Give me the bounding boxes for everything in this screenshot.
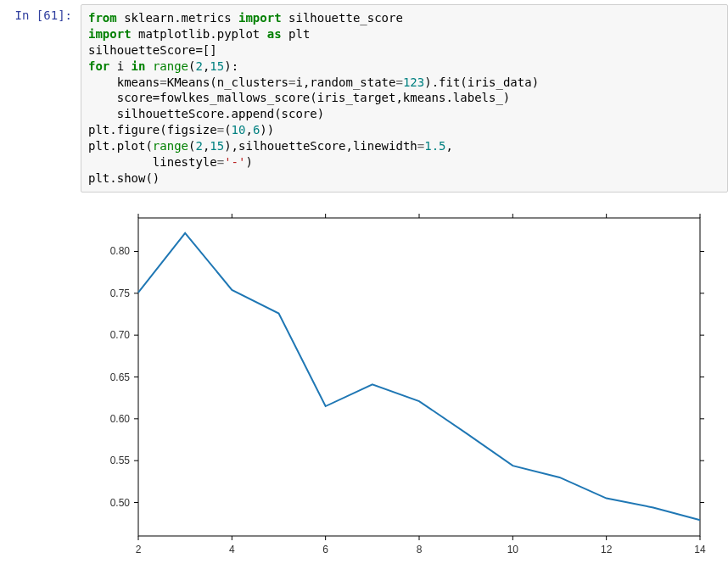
code-line: silhouetteScore.append(score) [88, 107, 324, 120]
module-text: silhouette_score [282, 11, 403, 25]
comma: , [446, 139, 453, 153]
builtin-range: range [153, 139, 188, 153]
code-text: kmeans [88, 75, 160, 89]
svg-text:0.80: 0.80 [110, 245, 131, 257]
op: = [217, 123, 224, 137]
output-area: 0.500.550.600.650.700.750.802468101214 [81, 201, 728, 566]
code-text: KMeans(n_clusters [167, 75, 288, 89]
op: = [395, 75, 402, 89]
line-chart: 0.500.550.600.650.700.750.802468101214 [87, 209, 715, 566]
code-text: ).fit(iris_data) [424, 75, 539, 89]
svg-text:0.50: 0.50 [110, 496, 131, 508]
input-prompt: In [61]: [0, 4, 81, 193]
num: 123 [403, 75, 424, 89]
num: 15 [210, 59, 224, 73]
svg-text:14: 14 [694, 544, 706, 555]
code-text: i,random_state [295, 75, 395, 89]
module-text: matplotlib.pyplot [132, 27, 267, 41]
input-cell: In [61]: from sklearn.metrics import sil… [0, 0, 728, 197]
op: = [417, 139, 424, 153]
op: = [160, 75, 166, 89]
kw-import: import [238, 11, 282, 25]
code-editor[interactable]: from sklearn.metrics import silhouette_s… [81, 4, 728, 193]
svg-rect-0 [138, 218, 700, 536]
code-text: ),silhouetteScore,linewidth [224, 139, 417, 153]
paren: )) [260, 123, 274, 137]
code-line: score=fowlkes_mallows_score(iris_target,… [88, 91, 510, 104]
sp [145, 59, 152, 73]
svg-text:12: 12 [601, 544, 613, 555]
var: i [109, 59, 131, 73]
code-text: plt.figure(figsize [88, 123, 217, 137]
code-line: plt.show() [88, 171, 160, 185]
kw-import: import [88, 27, 132, 41]
kw-as: as [267, 27, 282, 41]
svg-text:0.65: 0.65 [110, 371, 131, 382]
code-text: linestyle [88, 155, 217, 169]
paren: ( [224, 123, 231, 137]
op: = [217, 155, 224, 169]
code-line: silhouetteScore=[] [88, 43, 217, 57]
svg-text:2: 2 [136, 544, 142, 555]
alias-text: plt [282, 27, 311, 41]
kw-from: from [88, 11, 117, 25]
svg-text:8: 8 [417, 544, 423, 555]
svg-text:6: 6 [322, 544, 328, 555]
module-text: sklearn.metrics [117, 11, 238, 25]
output-prompt [0, 201, 81, 566]
builtin-range: range [153, 59, 188, 73]
svg-text:4: 4 [229, 544, 235, 555]
svg-text:0.70: 0.70 [110, 329, 131, 341]
svg-text:0.75: 0.75 [110, 287, 131, 299]
num: 10 [232, 123, 246, 137]
string: '-' [224, 155, 245, 169]
comma: , [245, 123, 252, 137]
num: 15 [210, 139, 224, 153]
svg-text:0.60: 0.60 [110, 413, 131, 425]
kw-in: in [132, 59, 146, 73]
kw-for: for [88, 59, 109, 73]
svg-text:0.55: 0.55 [110, 455, 131, 466]
svg-text:10: 10 [507, 544, 519, 555]
chart-svg: 0.500.550.600.650.700.750.802468101214 [87, 209, 715, 566]
code-text: plt.plot( [88, 139, 153, 153]
num: 2 [195, 139, 202, 153]
paren: ) [245, 155, 252, 169]
output-cell: 0.500.550.600.650.700.750.802468101214 [0, 197, 728, 570]
num: 2 [195, 59, 202, 73]
paren: ): [224, 59, 238, 73]
num: 1.5 [424, 139, 445, 153]
